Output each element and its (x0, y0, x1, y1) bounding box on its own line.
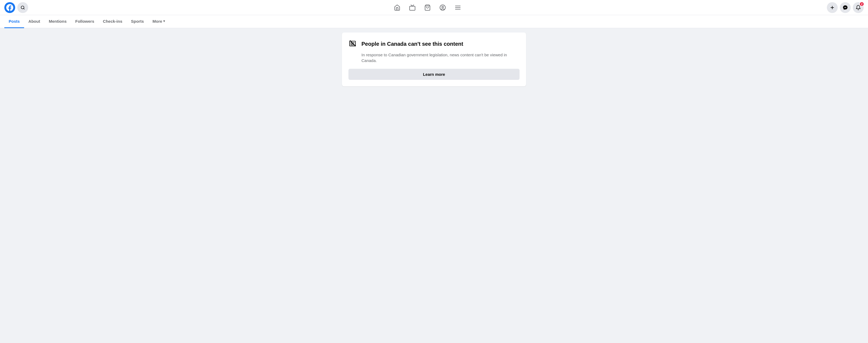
watch-nav-button[interactable] (406, 1, 419, 14)
tab-posts[interactable]: Posts (4, 15, 24, 28)
search-button[interactable] (17, 2, 28, 13)
facebook-logo[interactable] (4, 2, 15, 13)
search-icon (21, 5, 25, 10)
main-content: People in Canada can't see this content … (0, 28, 868, 343)
topnav-center (28, 1, 827, 14)
tab-followers[interactable]: Followers (71, 15, 98, 28)
menu-icon (455, 4, 461, 11)
tab-checkins[interactable]: Check-ins (98, 15, 127, 28)
svg-line-1 (24, 8, 24, 9)
marketplace-nav-button[interactable] (421, 1, 434, 14)
messenger-button[interactable] (840, 2, 851, 13)
canada-notice: People in Canada can't see this content … (348, 39, 520, 80)
gaming-icon (439, 4, 446, 11)
watch-icon (409, 4, 415, 11)
menu-nav-button[interactable] (451, 1, 464, 14)
topnav-left (4, 2, 28, 13)
create-button[interactable] (827, 2, 838, 13)
learn-more-button[interactable]: Learn more (348, 69, 520, 80)
home-nav-button[interactable] (391, 1, 404, 14)
news-blocked-icon (348, 39, 358, 49)
tab-sports[interactable]: Sports (127, 15, 148, 28)
gaming-nav-button[interactable] (436, 1, 449, 14)
notice-header: People in Canada can't see this content (348, 39, 520, 49)
profile-subnav: Posts About Mentions Followers Check-ins… (0, 15, 868, 28)
plus-icon (830, 5, 835, 10)
more-chevron-icon: ▾ (163, 19, 165, 23)
marketplace-icon (424, 4, 431, 11)
home-icon (394, 4, 400, 11)
tab-about[interactable]: About (24, 15, 44, 28)
notifications-button[interactable]: 2 (853, 2, 864, 13)
notice-title: People in Canada can't see this content (362, 41, 463, 47)
topnav-right: 2 (827, 2, 864, 13)
svg-point-5 (442, 6, 443, 8)
tab-mentions[interactable]: Mentions (44, 15, 71, 28)
top-navigation: 2 (0, 0, 868, 15)
notice-description: In response to Canadian government legis… (362, 52, 520, 63)
messenger-icon (842, 5, 848, 10)
notification-badge: 2 (859, 2, 864, 6)
canada-notice-card: People in Canada can't see this content … (342, 32, 526, 86)
tab-more[interactable]: More ▾ (148, 15, 169, 28)
svg-rect-2 (410, 6, 415, 10)
